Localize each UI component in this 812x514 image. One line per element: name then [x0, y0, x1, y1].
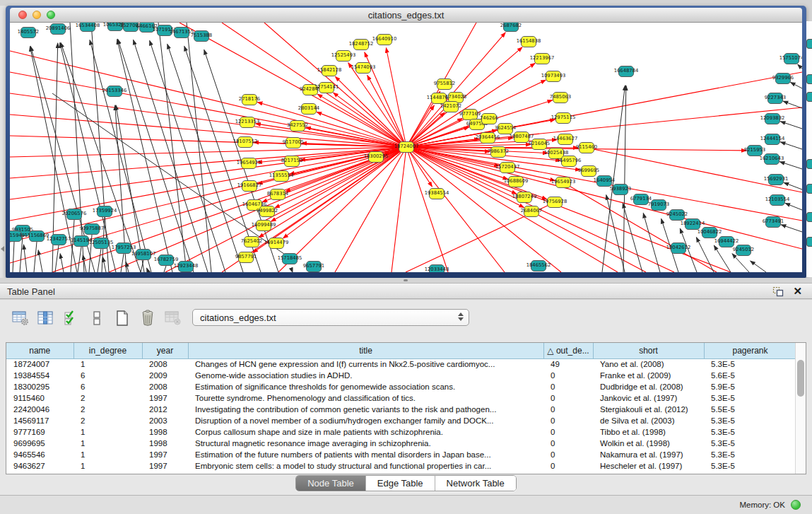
cell-short[interactable]: Wolkin et al. (1998) — [593, 438, 704, 449]
table-row[interactable]: 977716911998Corpus callosum shape and si… — [6, 426, 796, 438]
cell-title[interactable]: Changes of HCN gene expression and I(f) … — [188, 358, 543, 370]
graph-edge[interactable] — [791, 83, 802, 88]
float-window-icon[interactable] — [772, 286, 784, 297]
cell-short[interactable]: Hescheler et al. (1997) — [593, 460, 704, 472]
column-header-in-degree[interactable]: in_degree — [73, 343, 142, 358]
column-header-pagerank[interactable]: pagerank — [704, 343, 796, 358]
table-row[interactable]: 1456911722003Disruption of a novel membe… — [6, 415, 796, 426]
graph-edge[interactable] — [147, 268, 148, 272]
cell-title[interactable]: Genome-wide association studies in ADHD. — [188, 370, 543, 381]
table-mode-icon[interactable] — [86, 309, 107, 327]
cell-name[interactable]: 18300295 — [6, 381, 73, 392]
cell-short[interactable]: Stergiakouli et al. (2012) — [593, 404, 704, 415]
network-window[interactable]: citations_edges.txt 18724007271817612213… — [6, 6, 806, 278]
cell-title[interactable]: Tourette syndrome. Phenomenology and cla… — [188, 392, 543, 404]
column-header-name[interactable]: name — [6, 343, 73, 358]
tab-node-table[interactable]: Node Table — [296, 476, 366, 491]
graph-edge[interactable] — [798, 64, 802, 69]
graph-edge[interactable] — [623, 86, 626, 272]
table-row[interactable]: 969969511998Structural magnetic resonanc… — [6, 438, 796, 449]
cell-short[interactable]: Tibbo et al. (1998) — [593, 426, 704, 438]
graph-edge[interactable] — [783, 101, 802, 108]
table-row[interactable]: 1938455462009Genome-wide association stu… — [6, 370, 796, 381]
graph-edge[interactable] — [780, 122, 802, 129]
cell-out-de[interactable]: 0 — [543, 449, 593, 460]
cell-in-degree[interactable]: 1 — [73, 426, 142, 438]
splitter-handle[interactable] — [404, 279, 408, 281]
cell-name[interactable]: 9777169 — [6, 426, 73, 438]
graph-edge[interactable] — [70, 23, 84, 272]
cell-name[interactable]: 9699695 — [6, 438, 73, 449]
cell-in-degree[interactable]: 6 — [73, 370, 142, 381]
scrollbar-thumb[interactable] — [797, 360, 804, 397]
cell-year[interactable]: 1998 — [142, 438, 188, 449]
cell-year[interactable]: 2012 — [142, 404, 188, 415]
cell-year[interactable]: 2003 — [142, 415, 188, 426]
cell-pagerank[interactable]: 5.3E-5 — [704, 426, 796, 438]
graph-edge[interactable] — [785, 203, 802, 210]
table-row[interactable]: 911546021997Tourette syndrome. Phenomeno… — [6, 392, 796, 404]
network-canvas[interactable]: 1872400727181761221335318107552196549251… — [10, 23, 802, 272]
cell-year[interactable]: 1998 — [142, 426, 188, 438]
graph-edge[interactable] — [13, 242, 14, 272]
cell-title[interactable]: Corpus callosum shape and size in male p… — [188, 426, 543, 438]
tab-network-table[interactable]: Network Table — [435, 476, 516, 491]
graph-edge[interactable] — [780, 142, 802, 149]
cell-in-degree[interactable]: 1 — [73, 460, 142, 472]
graph-edge[interactable] — [98, 249, 101, 272]
graph-edge-selected[interactable] — [10, 115, 406, 147]
cell-name[interactable]: 18724007 — [6, 358, 73, 370]
graph-edge-selected[interactable] — [406, 147, 448, 272]
table-settings-icon[interactable] — [10, 309, 31, 327]
graph-edge[interactable] — [164, 266, 166, 272]
cell-year[interactable]: 2008 — [142, 381, 188, 392]
graph-edge[interactable] — [779, 162, 802, 169]
cell-in-degree[interactable]: 1 — [73, 438, 142, 449]
cell-year[interactable]: 2009 — [142, 370, 188, 381]
show-column-icon[interactable] — [35, 309, 57, 327]
cell-in-degree[interactable]: 1 — [73, 449, 142, 460]
graph-edge[interactable] — [643, 214, 660, 272]
graph-edge-selected[interactable] — [10, 147, 406, 242]
table-selector-dropdown[interactable]: citations_edges.txt — [192, 309, 469, 326]
graph-edge-selected[interactable] — [317, 94, 406, 147]
cell-pagerank[interactable]: 5.3E-5 — [704, 358, 796, 370]
panel-collapse-arrow[interactable] — [1, 246, 4, 252]
table-row[interactable]: 946362711997Embryonic stem cells: a mode… — [6, 460, 796, 472]
delete-icon[interactable] — [137, 309, 158, 327]
cell-title[interactable]: Estimation of significance thresholds fo… — [188, 381, 543, 392]
window-titlebar[interactable]: citations_edges.txt — [10, 8, 802, 23]
column-header-out-de[interactable]: △ out_de... — [543, 343, 593, 358]
cell-name[interactable]: 19384554 — [6, 370, 73, 381]
graph-edge[interactable] — [150, 40, 225, 272]
cell-name[interactable]: 9463627 — [6, 460, 73, 472]
background-window-sliver[interactable] — [806, 21, 812, 277]
graph-edge[interactable] — [696, 238, 714, 272]
cell-pagerank[interactable]: 5.3E-5 — [704, 460, 796, 472]
cell-pagerank[interactable]: 5.3E-5 — [704, 438, 796, 449]
table-row[interactable]: 2242004622012Investigating the contribut… — [6, 404, 796, 415]
graph-edge[interactable] — [102, 257, 106, 272]
cell-title[interactable]: Structural magnetic resonance image aver… — [188, 438, 543, 449]
cell-out-de[interactable]: 0 — [543, 415, 593, 426]
cell-short[interactable]: Franke et al. (2009) — [593, 370, 704, 381]
cell-pagerank[interactable]: 5.6E-5 — [704, 370, 796, 381]
cell-pagerank[interactable]: 5.9E-5 — [704, 381, 796, 392]
graph-edge[interactable] — [91, 23, 109, 272]
graph-edge[interactable] — [167, 44, 243, 272]
select-columns-icon[interactable] — [61, 309, 82, 327]
cell-year[interactable]: 1997 — [142, 392, 188, 404]
table-row[interactable]: 1830029562008Estimation of significance … — [6, 381, 796, 392]
column-header-year[interactable]: year — [142, 343, 188, 358]
graph-edge[interactable] — [732, 254, 749, 272]
cell-in-degree[interactable]: 2 — [73, 415, 142, 426]
graph-edge[interactable] — [784, 182, 802, 189]
cell-year[interactable]: 2008 — [142, 358, 188, 370]
cell-out-de[interactable]: 0 — [543, 460, 593, 472]
cell-name[interactable]: 14569117 — [6, 415, 73, 426]
graph-edge[interactable] — [606, 195, 625, 272]
cell-year[interactable]: 1997 — [142, 460, 188, 472]
graph-edge[interactable] — [714, 245, 731, 272]
cell-out-de[interactable]: 0 — [543, 381, 593, 392]
cell-name[interactable]: 9465546 — [6, 449, 73, 460]
